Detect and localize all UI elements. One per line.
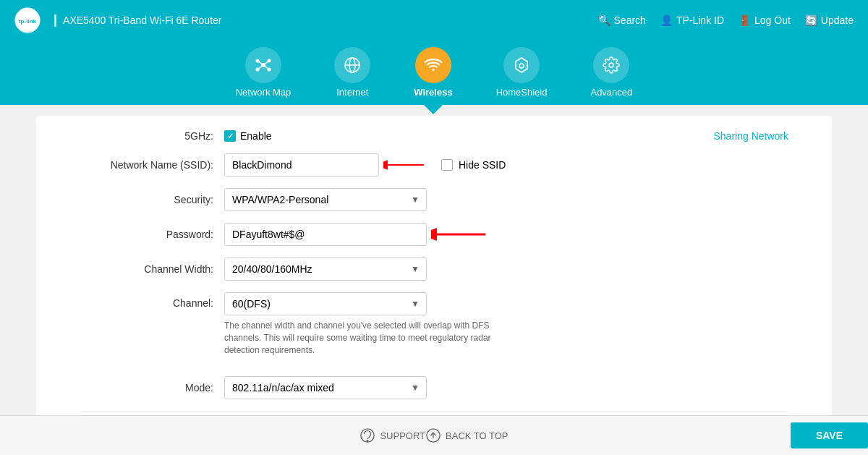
5ghz-channel-width-select-wrap: 20/40/80/160MHz 20/40/80MHz 20/40MHz 20M…	[224, 258, 427, 281]
5ghz-header-row: 5GHz: Enable Sharing Network	[80, 130, 788, 142]
active-nav-arrow	[424, 105, 443, 114]
tplink-id-button[interactable]: 👤 TP-Link ID	[660, 14, 724, 26]
main-content: 5GHz: Enable Sharing Network Network Nam…	[36, 116, 832, 420]
5ghz-password-label: Password:	[80, 229, 224, 240]
logout-button[interactable]: 🚪 Log Out	[739, 14, 791, 26]
5ghz-ssid-input[interactable]	[224, 153, 379, 177]
internet-icon	[334, 47, 370, 83]
homeshield-icon	[503, 47, 540, 83]
5ghz-hide-ssid-checkbox[interactable]	[441, 159, 453, 171]
support-label: SUPPORT	[380, 430, 425, 441]
5ghz-mode-select-wrap: 802.11a/n/ac/ax mixed 802.11n/ac/ax mixe…	[224, 376, 427, 399]
5ghz-enable-checkbox[interactable]	[224, 130, 236, 142]
5ghz-enable-label: Enable	[240, 130, 272, 142]
5ghz-enable-check[interactable]: Enable	[224, 130, 272, 142]
header-actions: 🔍 Search 👤 TP-Link ID 🚪 Log Out 🔄 Update	[598, 14, 854, 26]
nav-item-wireless[interactable]: Wireless	[414, 47, 452, 105]
5ghz-channel-select[interactable]: 60(DFS) Auto 36 40 44 48	[224, 292, 427, 315]
svg-line-10	[263, 65, 269, 69]
5ghz-channel-label: Channel:	[80, 292, 224, 309]
5ghz-security-select-wrap: WPA/WPA2-Personal WPA3-Personal None ▼	[224, 188, 427, 211]
svg-point-14	[432, 69, 434, 71]
nav-item-advanced[interactable]: Advanced	[590, 47, 632, 105]
svg-line-7	[258, 61, 263, 65]
5ghz-label: 5GHz:	[80, 130, 224, 142]
update-icon: 🔄	[805, 14, 817, 26]
svg-point-16	[609, 63, 613, 67]
5ghz-password-input[interactable]	[224, 223, 427, 246]
5ghz-security-label: Security:	[80, 194, 224, 205]
5ghz-sharing-network-link[interactable]: Sharing Network	[714, 130, 789, 142]
update-button[interactable]: 🔄 Update	[805, 14, 854, 26]
ssid-red-arrow	[383, 155, 427, 175]
svg-line-9	[258, 65, 263, 69]
svg-point-22	[367, 440, 369, 441]
5ghz-ssid-row: Network Name (SSID): Hide SSID	[80, 153, 788, 177]
5ghz-security-row: Security: WPA/WPA2-Personal WPA3-Persona…	[80, 188, 788, 211]
header: tp-link | AXE5400 Tri-Band Wi-Fi 6E Rout…	[0, 0, 868, 40]
5ghz-security-select[interactable]: WPA/WPA2-Personal WPA3-Personal None	[224, 188, 427, 211]
logo: tp-link | AXE5400 Tri-Band Wi-Fi 6E Rout…	[14, 7, 221, 33]
svg-point-15	[519, 64, 524, 68]
header-divider: |	[54, 12, 57, 27]
5ghz-mode-select[interactable]: 802.11a/n/ac/ax mixed 802.11n/ac/ax mixe…	[224, 376, 427, 399]
header-product-title: AXE5400 Tri-Band Wi-Fi 6E Router	[63, 14, 221, 26]
5ghz-password-row: Password:	[80, 223, 788, 246]
password-red-arrow	[431, 224, 489, 244]
nav-item-internet[interactable]: Internet	[334, 47, 370, 105]
network-map-icon	[245, 47, 281, 83]
5ghz-channel-row: Channel: 60(DFS) Auto 36 40 44 48 ▼ The …	[80, 292, 788, 365]
wireless-icon	[415, 47, 451, 83]
dfs-warning-text: The channel width and channel you've sel…	[224, 320, 528, 356]
back-to-top-label: BACK TO TOP	[446, 430, 508, 441]
5ghz-mode-label: Mode:	[80, 382, 224, 394]
support-button[interactable]: SUPPORT	[359, 428, 425, 443]
advanced-icon	[593, 47, 629, 83]
5ghz-channel-width-select[interactable]: 20/40/80/160MHz 20/40/80MHz 20/40MHz 20M…	[224, 258, 427, 281]
support-icon	[359, 428, 375, 443]
nav-item-network-map[interactable]: Network Map	[236, 47, 292, 105]
5ghz-channel-width-label: Channel Width:	[80, 263, 224, 275]
navbar: Network Map Internet	[0, 40, 868, 105]
tplink-id-icon: 👤	[660, 14, 673, 26]
5ghz-ssid-label: Network Name (SSID):	[80, 159, 224, 171]
back-to-top-icon	[425, 428, 441, 443]
5ghz-hide-ssid-label: Hide SSID	[459, 159, 506, 171]
bottom-bar: SUPPORT BACK TO TOP SAVE	[0, 415, 868, 455]
logout-icon: 🚪	[739, 14, 751, 26]
back-to-top-button[interactable]: BACK TO TOP	[425, 428, 508, 443]
save-button[interactable]: SAVE	[791, 422, 868, 448]
5ghz-channel-width-row: Channel Width: 20/40/80/160MHz 20/40/80M…	[80, 258, 788, 281]
svg-line-8	[263, 61, 269, 65]
search-icon: 🔍	[598, 14, 610, 26]
section-divider	[80, 411, 788, 412]
nav-item-homeshield[interactable]: HomeShield	[496, 47, 548, 105]
svg-text:tp-link: tp-link	[19, 17, 37, 24]
search-button[interactable]: 🔍 Search	[598, 14, 646, 26]
5ghz-mode-row: Mode: 802.11a/n/ac/ax mixed 802.11n/ac/a…	[80, 376, 788, 399]
tplink-logo-icon: tp-link	[14, 7, 41, 33]
